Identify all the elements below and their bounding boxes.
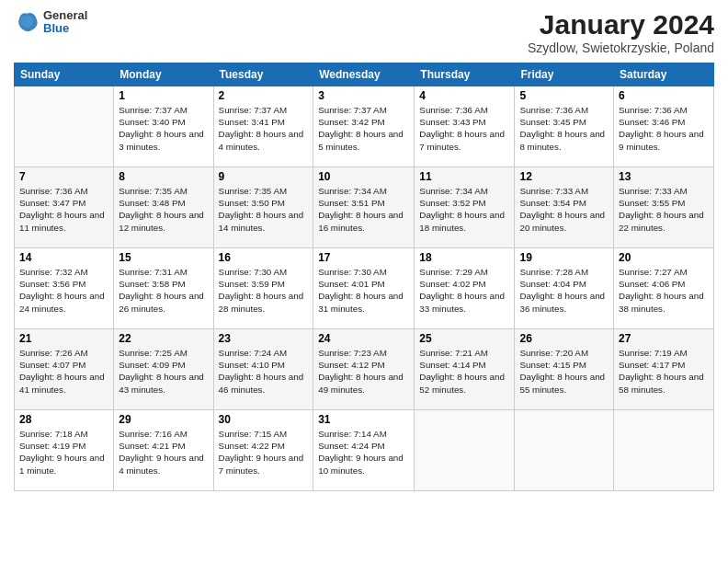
calendar-cell: 28Sunrise: 7:18 AMSunset: 4:19 PMDayligh… — [15, 410, 114, 491]
day-number: 25 — [419, 332, 509, 345]
calendar-cell: 13Sunrise: 7:33 AMSunset: 3:55 PMDayligh… — [614, 167, 714, 248]
calendar-header-row: SundayMondayTuesdayWednesdayThursdayFrid… — [15, 63, 714, 86]
calendar-cell: 19Sunrise: 7:28 AMSunset: 4:04 PMDayligh… — [515, 248, 614, 329]
calendar-cell: 6Sunrise: 7:36 AMSunset: 3:46 PMDaylight… — [614, 86, 714, 167]
calendar-cell: 14Sunrise: 7:32 AMSunset: 3:56 PMDayligh… — [15, 248, 114, 329]
calendar-week-row: 21Sunrise: 7:26 AMSunset: 4:07 PMDayligh… — [15, 329, 714, 410]
calendar-cell: 27Sunrise: 7:19 AMSunset: 4:17 PMDayligh… — [614, 329, 714, 410]
day-number: 10 — [318, 170, 409, 183]
day-info: Sunrise: 7:30 AMSunset: 3:59 PMDaylight:… — [219, 266, 309, 315]
day-number: 1 — [119, 89, 208, 102]
day-number: 5 — [519, 89, 609, 102]
calendar-cell: 21Sunrise: 7:26 AMSunset: 4:07 PMDayligh… — [15, 329, 114, 410]
day-number: 20 — [619, 251, 709, 264]
calendar-cell: 10Sunrise: 7:34 AMSunset: 3:51 PMDayligh… — [313, 167, 415, 248]
calendar-cell — [614, 410, 714, 491]
day-info: Sunrise: 7:34 AMSunset: 3:51 PMDaylight:… — [318, 185, 409, 234]
day-number: 19 — [519, 251, 609, 264]
day-header-friday: Friday — [515, 63, 614, 86]
calendar-cell: 30Sunrise: 7:15 AMSunset: 4:22 PMDayligh… — [213, 410, 313, 491]
day-number: 14 — [19, 251, 108, 264]
calendar-cell: 11Sunrise: 7:34 AMSunset: 3:52 PMDayligh… — [415, 167, 515, 248]
day-number: 9 — [219, 170, 309, 183]
day-info: Sunrise: 7:36 AMSunset: 3:43 PMDaylight:… — [419, 104, 509, 153]
day-info: Sunrise: 7:19 AMSunset: 4:17 PMDaylight:… — [619, 347, 709, 396]
calendar-cell: 31Sunrise: 7:14 AMSunset: 4:24 PMDayligh… — [313, 410, 415, 491]
day-number: 29 — [119, 413, 208, 426]
logo: General Blue — [14, 9, 87, 36]
day-info: Sunrise: 7:36 AMSunset: 3:47 PMDaylight:… — [19, 185, 108, 234]
day-number: 23 — [219, 332, 309, 345]
location: Szydlow, Swietokrzyskie, Poland — [528, 40, 714, 55]
day-number: 16 — [219, 251, 309, 264]
day-number: 2 — [219, 89, 309, 102]
day-info: Sunrise: 7:29 AMSunset: 4:02 PMDaylight:… — [419, 266, 509, 315]
calendar-cell — [415, 410, 515, 491]
day-number: 22 — [119, 332, 208, 345]
day-info: Sunrise: 7:14 AMSunset: 4:24 PMDaylight:… — [318, 428, 409, 477]
calendar-cell: 16Sunrise: 7:30 AMSunset: 3:59 PMDayligh… — [213, 248, 313, 329]
day-info: Sunrise: 7:15 AMSunset: 4:22 PMDaylight:… — [219, 428, 309, 477]
day-number: 6 — [619, 89, 709, 102]
day-header-sunday: Sunday — [15, 63, 114, 86]
day-info: Sunrise: 7:24 AMSunset: 4:10 PMDaylight:… — [219, 347, 309, 396]
calendar-cell: 23Sunrise: 7:24 AMSunset: 4:10 PMDayligh… — [213, 329, 313, 410]
title-block: January 2024 Szydlow, Swietokrzyskie, Po… — [528, 9, 714, 55]
day-info: Sunrise: 7:33 AMSunset: 3:54 PMDaylight:… — [519, 185, 609, 234]
day-number: 31 — [318, 413, 409, 426]
day-number: 4 — [419, 89, 509, 102]
calendar-cell: 25Sunrise: 7:21 AMSunset: 4:14 PMDayligh… — [415, 329, 515, 410]
calendar-cell: 1Sunrise: 7:37 AMSunset: 3:40 PMDaylight… — [114, 86, 213, 167]
day-info: Sunrise: 7:28 AMSunset: 4:04 PMDaylight:… — [519, 266, 609, 315]
day-header-monday: Monday — [114, 63, 213, 86]
calendar-cell: 8Sunrise: 7:35 AMSunset: 3:48 PMDaylight… — [114, 167, 213, 248]
calendar-cell: 18Sunrise: 7:29 AMSunset: 4:02 PMDayligh… — [415, 248, 515, 329]
calendar-cell: 7Sunrise: 7:36 AMSunset: 3:47 PMDaylight… — [15, 167, 114, 248]
day-info: Sunrise: 7:18 AMSunset: 4:19 PMDaylight:… — [19, 428, 108, 477]
day-number: 11 — [419, 170, 509, 183]
day-info: Sunrise: 7:31 AMSunset: 3:58 PMDaylight:… — [119, 266, 208, 315]
logo-icon — [14, 9, 40, 35]
day-number: 12 — [519, 170, 609, 183]
page: General Blue January 2024 Szydlow, Swiet… — [0, 0, 728, 563]
day-info: Sunrise: 7:37 AMSunset: 3:42 PMDaylight:… — [318, 104, 409, 153]
day-info: Sunrise: 7:37 AMSunset: 3:41 PMDaylight:… — [219, 104, 309, 153]
day-number: 17 — [318, 251, 409, 264]
calendar-cell: 17Sunrise: 7:30 AMSunset: 4:01 PMDayligh… — [313, 248, 415, 329]
day-number: 27 — [619, 332, 709, 345]
calendar-cell: 5Sunrise: 7:36 AMSunset: 3:45 PMDaylight… — [515, 86, 614, 167]
day-info: Sunrise: 7:35 AMSunset: 3:48 PMDaylight:… — [119, 185, 208, 234]
calendar-week-row: 14Sunrise: 7:32 AMSunset: 3:56 PMDayligh… — [15, 248, 714, 329]
calendar-cell: 9Sunrise: 7:35 AMSunset: 3:50 PMDaylight… — [213, 167, 313, 248]
day-number: 26 — [519, 332, 609, 345]
month-title: January 2024 — [528, 9, 714, 40]
calendar-cell: 26Sunrise: 7:20 AMSunset: 4:15 PMDayligh… — [515, 329, 614, 410]
day-info: Sunrise: 7:23 AMSunset: 4:12 PMDaylight:… — [318, 347, 409, 396]
day-info: Sunrise: 7:37 AMSunset: 3:40 PMDaylight:… — [119, 104, 208, 153]
day-info: Sunrise: 7:35 AMSunset: 3:50 PMDaylight:… — [219, 185, 309, 234]
logo-text: General Blue — [43, 9, 87, 36]
day-number: 7 — [19, 170, 108, 183]
day-info: Sunrise: 7:30 AMSunset: 4:01 PMDaylight:… — [318, 266, 409, 315]
day-number: 18 — [419, 251, 509, 264]
calendar-cell: 24Sunrise: 7:23 AMSunset: 4:12 PMDayligh… — [313, 329, 415, 410]
day-info: Sunrise: 7:25 AMSunset: 4:09 PMDaylight:… — [119, 347, 208, 396]
day-info: Sunrise: 7:27 AMSunset: 4:06 PMDaylight:… — [619, 266, 709, 315]
calendar-cell: 12Sunrise: 7:33 AMSunset: 3:54 PMDayligh… — [515, 167, 614, 248]
day-info: Sunrise: 7:21 AMSunset: 4:14 PMDaylight:… — [419, 347, 509, 396]
day-header-saturday: Saturday — [614, 63, 714, 86]
logo-blue: Blue — [43, 22, 87, 35]
day-info: Sunrise: 7:26 AMSunset: 4:07 PMDaylight:… — [19, 347, 108, 396]
day-info: Sunrise: 7:34 AMSunset: 3:52 PMDaylight:… — [419, 185, 509, 234]
calendar-cell: 20Sunrise: 7:27 AMSunset: 4:06 PMDayligh… — [614, 248, 714, 329]
logo-general: General — [43, 9, 87, 22]
day-number: 15 — [119, 251, 208, 264]
day-number: 24 — [318, 332, 409, 345]
calendar-cell: 4Sunrise: 7:36 AMSunset: 3:43 PMDaylight… — [415, 86, 515, 167]
day-info: Sunrise: 7:36 AMSunset: 3:45 PMDaylight:… — [519, 104, 609, 153]
day-info: Sunrise: 7:32 AMSunset: 3:56 PMDaylight:… — [19, 266, 108, 315]
day-number: 13 — [619, 170, 709, 183]
day-number: 28 — [19, 413, 108, 426]
calendar-week-row: 28Sunrise: 7:18 AMSunset: 4:19 PMDayligh… — [15, 410, 714, 491]
calendar-cell: 22Sunrise: 7:25 AMSunset: 4:09 PMDayligh… — [114, 329, 213, 410]
